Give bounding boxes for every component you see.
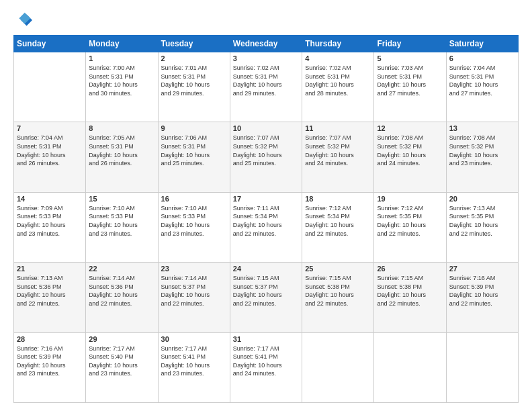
day-number: 27 bbox=[449, 265, 515, 273]
day-number: 15 bbox=[89, 195, 154, 203]
calendar-cell: 23Sunrise: 7:14 AM Sunset: 5:37 PM Dayli… bbox=[158, 263, 230, 332]
cell-info: Sunrise: 7:15 AM Sunset: 5:38 PM Dayligh… bbox=[377, 274, 443, 308]
day-number: 5 bbox=[377, 54, 443, 62]
calendar-cell: 24Sunrise: 7:15 AM Sunset: 5:37 PM Dayli… bbox=[230, 263, 302, 332]
calendar-cell: 10Sunrise: 7:07 AM Sunset: 5:32 PM Dayli… bbox=[230, 122, 302, 192]
cell-info: Sunrise: 7:04 AM Sunset: 5:31 PM Dayligh… bbox=[17, 134, 83, 167]
calendar-cell: 1Sunrise: 7:00 AM Sunset: 5:31 PM Daylig… bbox=[86, 52, 158, 122]
cell-info: Sunrise: 7:12 AM Sunset: 5:34 PM Dayligh… bbox=[305, 204, 371, 238]
calendar-cell: 18Sunrise: 7:12 AM Sunset: 5:34 PM Dayli… bbox=[302, 192, 374, 262]
col-header-tuesday: Tuesday bbox=[158, 36, 230, 52]
day-number: 26 bbox=[377, 265, 443, 273]
day-number: 14 bbox=[17, 195, 83, 203]
day-number: 22 bbox=[89, 265, 154, 273]
calendar-cell: 31Sunrise: 7:17 AM Sunset: 5:41 PM Dayli… bbox=[230, 332, 302, 402]
day-number: 8 bbox=[89, 124, 154, 132]
col-header-friday: Friday bbox=[374, 36, 446, 52]
day-number: 21 bbox=[17, 265, 83, 273]
day-number: 12 bbox=[377, 124, 443, 132]
cell-info: Sunrise: 7:16 AM Sunset: 5:39 PM Dayligh… bbox=[449, 274, 515, 308]
week-row-5: 28Sunrise: 7:16 AM Sunset: 5:39 PM Dayli… bbox=[14, 332, 519, 402]
calendar-cell: 27Sunrise: 7:16 AM Sunset: 5:39 PM Dayli… bbox=[446, 263, 518, 332]
day-number: 19 bbox=[377, 195, 443, 203]
day-number: 30 bbox=[161, 335, 227, 343]
day-number: 7 bbox=[17, 124, 83, 132]
cell-info: Sunrise: 7:06 AM Sunset: 5:31 PM Dayligh… bbox=[161, 134, 227, 167]
calendar-cell: 3Sunrise: 7:02 AM Sunset: 5:31 PM Daylig… bbox=[230, 52, 302, 122]
day-number: 13 bbox=[449, 124, 515, 132]
week-row-2: 7Sunrise: 7:04 AM Sunset: 5:31 PM Daylig… bbox=[14, 122, 519, 192]
calendar-cell: 11Sunrise: 7:07 AM Sunset: 5:32 PM Dayli… bbox=[302, 122, 374, 192]
calendar-cell bbox=[14, 52, 86, 122]
day-number: 6 bbox=[449, 54, 515, 62]
calendar-cell: 4Sunrise: 7:02 AM Sunset: 5:31 PM Daylig… bbox=[302, 52, 374, 122]
day-number: 20 bbox=[449, 195, 515, 203]
calendar-cell: 25Sunrise: 7:15 AM Sunset: 5:38 PM Dayli… bbox=[302, 263, 374, 332]
cell-info: Sunrise: 7:13 AM Sunset: 5:35 PM Dayligh… bbox=[449, 204, 515, 238]
calendar-cell: 20Sunrise: 7:13 AM Sunset: 5:35 PM Dayli… bbox=[446, 192, 518, 262]
day-number: 31 bbox=[233, 335, 299, 343]
cell-info: Sunrise: 7:08 AM Sunset: 5:32 PM Dayligh… bbox=[449, 134, 515, 167]
calendar-cell: 5Sunrise: 7:03 AM Sunset: 5:31 PM Daylig… bbox=[374, 52, 446, 122]
calendar-cell: 21Sunrise: 7:13 AM Sunset: 5:36 PM Dayli… bbox=[14, 263, 86, 332]
calendar-cell: 17Sunrise: 7:11 AM Sunset: 5:34 PM Dayli… bbox=[230, 192, 302, 262]
week-row-3: 14Sunrise: 7:09 AM Sunset: 5:33 PM Dayli… bbox=[14, 192, 519, 262]
cell-info: Sunrise: 7:15 AM Sunset: 5:38 PM Dayligh… bbox=[305, 274, 371, 308]
calendar-cell bbox=[302, 332, 374, 402]
day-number: 18 bbox=[305, 195, 371, 203]
day-number: 17 bbox=[233, 195, 299, 203]
cell-info: Sunrise: 7:17 AM Sunset: 5:41 PM Dayligh… bbox=[233, 345, 299, 378]
cell-info: Sunrise: 7:17 AM Sunset: 5:40 PM Dayligh… bbox=[89, 345, 154, 378]
calendar-cell: 30Sunrise: 7:17 AM Sunset: 5:41 PM Dayli… bbox=[158, 332, 230, 402]
col-header-wednesday: Wednesday bbox=[230, 36, 302, 52]
calendar-cell: 28Sunrise: 7:16 AM Sunset: 5:39 PM Dayli… bbox=[14, 332, 86, 402]
cell-info: Sunrise: 7:04 AM Sunset: 5:31 PM Dayligh… bbox=[449, 64, 515, 97]
calendar-cell: 22Sunrise: 7:14 AM Sunset: 5:36 PM Dayli… bbox=[86, 263, 158, 332]
calendar-cell: 14Sunrise: 7:09 AM Sunset: 5:33 PM Dayli… bbox=[14, 192, 86, 262]
cell-info: Sunrise: 7:03 AM Sunset: 5:31 PM Dayligh… bbox=[377, 64, 443, 97]
calendar-cell: 15Sunrise: 7:10 AM Sunset: 5:33 PM Dayli… bbox=[86, 192, 158, 262]
logo bbox=[13, 11, 35, 30]
day-number: 9 bbox=[161, 124, 227, 132]
calendar-cell bbox=[374, 332, 446, 402]
calendar-cell: 8Sunrise: 7:05 AM Sunset: 5:31 PM Daylig… bbox=[86, 122, 158, 192]
cell-info: Sunrise: 7:01 AM Sunset: 5:31 PM Dayligh… bbox=[161, 64, 227, 97]
cell-info: Sunrise: 7:11 AM Sunset: 5:34 PM Dayligh… bbox=[233, 204, 299, 238]
calendar-cell: 7Sunrise: 7:04 AM Sunset: 5:31 PM Daylig… bbox=[14, 122, 86, 192]
calendar-header-row: SundayMondayTuesdayWednesdayThursdayFrid… bbox=[14, 36, 519, 52]
cell-info: Sunrise: 7:14 AM Sunset: 5:37 PM Dayligh… bbox=[161, 274, 227, 308]
calendar-cell: 16Sunrise: 7:10 AM Sunset: 5:33 PM Dayli… bbox=[158, 192, 230, 262]
cell-info: Sunrise: 7:10 AM Sunset: 5:33 PM Dayligh… bbox=[89, 204, 154, 238]
cell-info: Sunrise: 7:07 AM Sunset: 5:32 PM Dayligh… bbox=[233, 134, 299, 167]
day-number: 25 bbox=[305, 265, 371, 273]
calendar-cell: 2Sunrise: 7:01 AM Sunset: 5:31 PM Daylig… bbox=[158, 52, 230, 122]
calendar-cell: 26Sunrise: 7:15 AM Sunset: 5:38 PM Dayli… bbox=[374, 263, 446, 332]
calendar-cell: 29Sunrise: 7:17 AM Sunset: 5:40 PM Dayli… bbox=[86, 332, 158, 402]
day-number: 16 bbox=[161, 195, 227, 203]
cell-info: Sunrise: 7:10 AM Sunset: 5:33 PM Dayligh… bbox=[161, 204, 227, 238]
week-row-1: 1Sunrise: 7:00 AM Sunset: 5:31 PM Daylig… bbox=[14, 52, 519, 122]
cell-info: Sunrise: 7:00 AM Sunset: 5:31 PM Dayligh… bbox=[89, 64, 154, 97]
cell-info: Sunrise: 7:08 AM Sunset: 5:32 PM Dayligh… bbox=[377, 134, 443, 167]
day-number: 3 bbox=[233, 54, 299, 62]
logo-icon bbox=[13, 11, 32, 30]
day-number: 24 bbox=[233, 265, 299, 273]
calendar-table: SundayMondayTuesdayWednesdayThursdayFrid… bbox=[13, 35, 519, 403]
calendar-cell: 13Sunrise: 7:08 AM Sunset: 5:32 PM Dayli… bbox=[446, 122, 518, 192]
cell-info: Sunrise: 7:14 AM Sunset: 5:36 PM Dayligh… bbox=[89, 274, 154, 308]
col-header-monday: Monday bbox=[86, 36, 158, 52]
header bbox=[13, 11, 519, 30]
cell-info: Sunrise: 7:07 AM Sunset: 5:32 PM Dayligh… bbox=[305, 134, 371, 167]
cell-info: Sunrise: 7:15 AM Sunset: 5:37 PM Dayligh… bbox=[233, 274, 299, 308]
cell-info: Sunrise: 7:09 AM Sunset: 5:33 PM Dayligh… bbox=[17, 204, 83, 238]
day-number: 28 bbox=[17, 335, 83, 343]
cell-info: Sunrise: 7:13 AM Sunset: 5:36 PM Dayligh… bbox=[17, 274, 83, 308]
day-number: 23 bbox=[161, 265, 227, 273]
day-number: 10 bbox=[233, 124, 299, 132]
day-number: 11 bbox=[305, 124, 371, 132]
col-header-thursday: Thursday bbox=[302, 36, 374, 52]
calendar-cell: 6Sunrise: 7:04 AM Sunset: 5:31 PM Daylig… bbox=[446, 52, 518, 122]
calendar-cell: 19Sunrise: 7:12 AM Sunset: 5:35 PM Dayli… bbox=[374, 192, 446, 262]
cell-info: Sunrise: 7:02 AM Sunset: 5:31 PM Dayligh… bbox=[305, 64, 371, 97]
page: SundayMondayTuesdayWednesdayThursdayFrid… bbox=[0, 0, 532, 411]
